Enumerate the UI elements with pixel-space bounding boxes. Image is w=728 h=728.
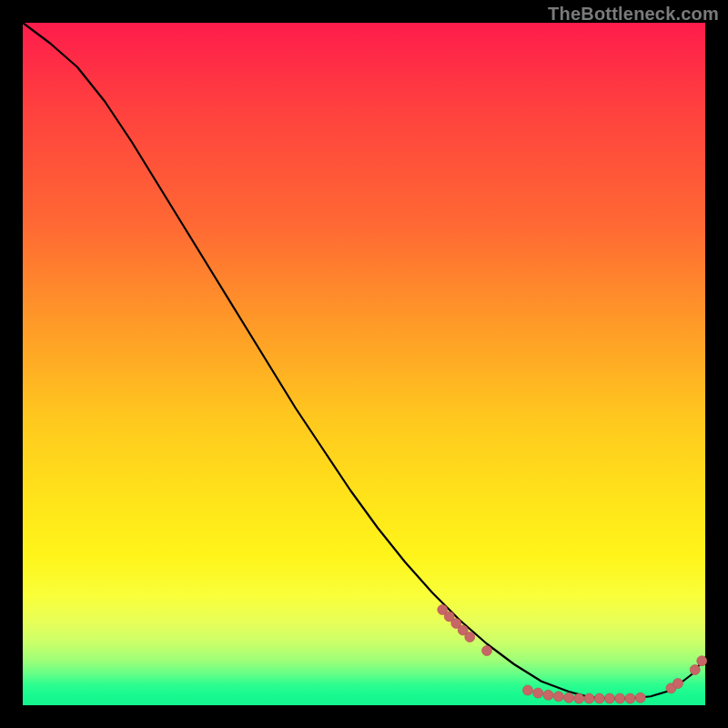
- plot-area: [23, 23, 705, 705]
- data-point: [553, 692, 563, 702]
- watermark-text: TheBottleneck.com: [548, 4, 719, 25]
- data-point: [605, 693, 615, 703]
- data-point: [574, 693, 584, 703]
- data-point: [523, 685, 533, 695]
- scatter-dots: [438, 605, 707, 704]
- data-point: [635, 693, 645, 703]
- data-point: [584, 693, 594, 703]
- data-point: [543, 690, 553, 700]
- data-point: [533, 688, 543, 698]
- data-point: [673, 679, 683, 689]
- data-point: [615, 693, 625, 703]
- bottleneck-curve: [23, 23, 705, 699]
- chart-stage: TheBottleneck.com: [0, 0, 728, 728]
- data-point: [482, 646, 492, 656]
- data-point: [697, 656, 707, 666]
- data-point: [690, 665, 700, 675]
- data-point: [594, 693, 604, 703]
- data-point: [465, 632, 475, 642]
- data-point: [625, 693, 635, 703]
- chart-svg: [23, 23, 705, 705]
- data-point: [564, 693, 574, 703]
